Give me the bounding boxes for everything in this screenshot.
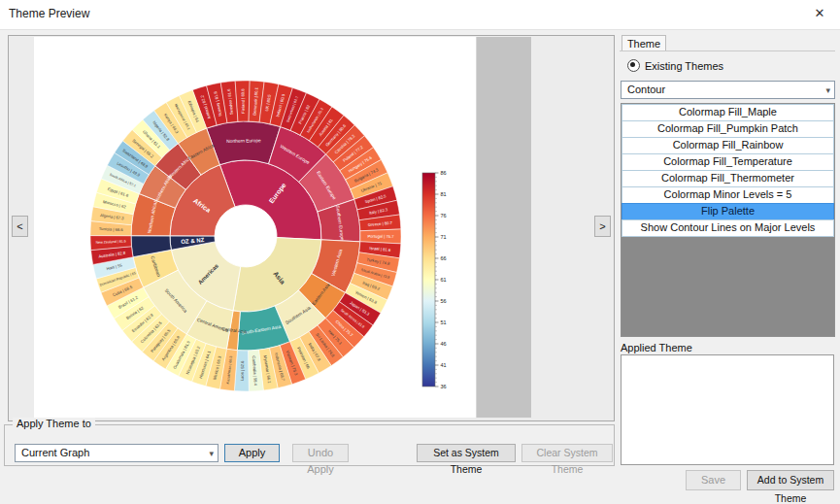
sunburst-label: Laos | 52.6 <box>240 360 246 381</box>
add-to-system-theme-button[interactable]: Add to System Theme <box>747 470 834 490</box>
sunburst-label: Finland | 80.8 <box>240 88 246 114</box>
close-icon: ✕ <box>815 6 825 20</box>
save-button[interactable]: Save <box>686 470 741 490</box>
themes-dropdown[interactable]: Contour ▾ <box>621 81 835 99</box>
theme-list-item[interactable]: Colormap Fill_Maple <box>622 104 834 121</box>
chevron-down-icon: ▾ <box>209 446 214 462</box>
chevron-down-icon: ▾ <box>825 83 830 99</box>
apply-target-dropdown[interactable]: Current Graph ▾ <box>15 444 218 462</box>
radio-icon <box>627 59 640 72</box>
colorbar-tick-label: 56 <box>441 298 447 304</box>
colorbar-tick-label: 46 <box>441 341 447 347</box>
colorbar-tick-label: 61 <box>441 277 447 283</box>
tab-strip-divider <box>620 50 835 51</box>
ring-continents <box>170 160 321 312</box>
applied-theme-label: Applied Theme <box>621 342 692 353</box>
colorbar-tick-label: 81 <box>441 191 447 197</box>
theme-list: Colormap Fill_MapleColormap Fill_Pumpkin… <box>621 103 835 337</box>
apply-target-value: Current Graph <box>21 447 89 458</box>
colorbar-tick-label: 36 <box>441 384 447 389</box>
applied-theme-box <box>621 354 834 465</box>
theme-list-item[interactable]: Colormap Fill_Pumpkin Patch <box>622 120 834 138</box>
apply-theme-to-group: Apply Theme to Current Graph ▾ Apply Und… <box>4 424 615 466</box>
colorbar-tick-label: 71 <box>441 234 447 240</box>
preview-gray-band <box>477 37 531 418</box>
colorbar-gradient <box>422 173 435 386</box>
preview-area: < Iceland | 82.2Norway | 81.8Sweden | 81… <box>8 35 615 421</box>
theme-list-item[interactable]: Colormap Fill_Rainbow <box>622 137 834 154</box>
set-as-system-theme-button[interactable]: Set as System Theme <box>417 444 516 462</box>
apply-theme-to-label: Apply Theme to <box>13 418 95 429</box>
theme-list-item[interactable]: Colormap Minor Levels = 5 <box>622 186 834 204</box>
colorbar-tick-label: 76 <box>441 213 447 218</box>
apply-button[interactable]: Apply <box>224 444 280 462</box>
close-button[interactable]: ✕ <box>811 6 828 20</box>
chevron-right-icon: > <box>599 220 605 232</box>
undo-apply-button[interactable]: Undo Apply <box>292 444 349 462</box>
sunburst-label: Portugal | 75.7 <box>367 234 394 239</box>
theme-list-item[interactable]: Show Contour Lines on Major Levels <box>622 219 834 237</box>
theme-list-item[interactable]: Colormap Fill_Temperature <box>622 153 834 171</box>
theme-list-item[interactable]: Flip Palette <box>622 203 834 220</box>
themes-dropdown-value: Contour <box>627 84 665 95</box>
next-preview-button[interactable]: > <box>594 216 611 237</box>
radio-existing-themes[interactable]: Existing Themes <box>627 59 723 73</box>
window-title: Theme Preview <box>9 7 89 20</box>
sunburst-label: Northern Europe <box>226 138 261 144</box>
colorbar-tick-label: 66 <box>441 255 447 261</box>
titlebar: Theme Preview ✕ <box>0 0 840 30</box>
theme-list-item[interactable]: Colormap Fill_Thermometer <box>622 170 834 187</box>
colorbar-tick-label: 86 <box>441 170 447 176</box>
tab-theme[interactable]: Theme <box>622 35 666 51</box>
radio-label: Existing Themes <box>645 60 723 72</box>
colorbar-tick-label: 41 <box>441 362 447 368</box>
chevron-left-icon: < <box>17 220 22 232</box>
ring-regions <box>131 121 360 351</box>
colorbar-tick-label: 51 <box>441 319 447 325</box>
prev-preview-button[interactable]: < <box>12 216 28 237</box>
graph-page: Iceland | 82.2Norway | 81.8Sweden | 81.6… <box>34 37 477 418</box>
sunburst-chart: Iceland | 82.2Norway | 81.8Sweden | 81.6… <box>34 37 476 418</box>
colorbar: 8681767166615651464136 <box>422 170 447 389</box>
theme-preview-dialog: Theme Preview ✕ < Iceland | 82.2Norway |… <box>0 0 840 504</box>
clear-system-theme-button[interactable]: Clear System Theme <box>521 444 613 462</box>
